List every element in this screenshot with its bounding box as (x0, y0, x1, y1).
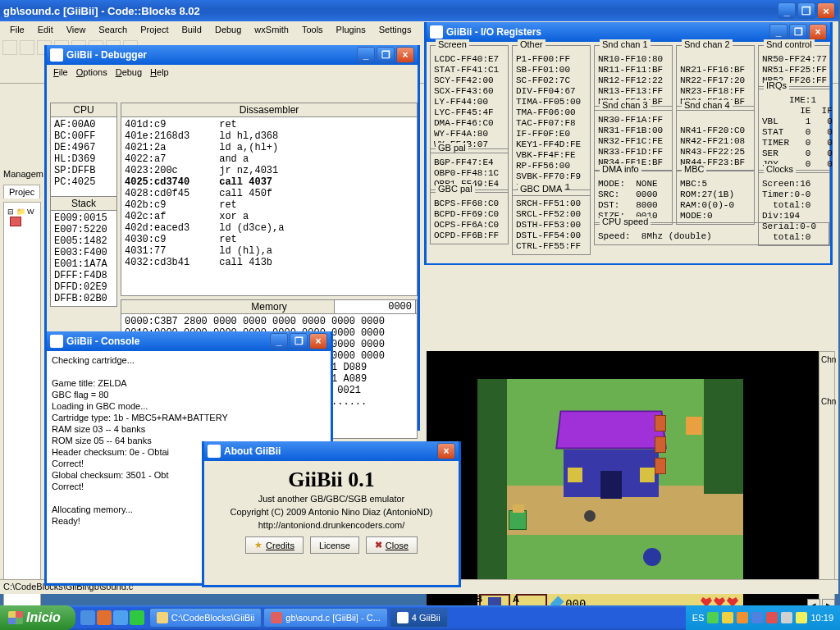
io-group-other: OtherP1-FF00:FFSB-FF01:00SC-FF02:7CDIV-F… (512, 45, 591, 196)
disassembler-panel: Dissasembler 401d:c9 ret 401e:2168d3 ld … (121, 103, 418, 296)
about-heading: GiiBii 0.1 (211, 468, 452, 492)
start-label: Inicio (26, 610, 61, 625)
io-group-mbc: MBCMBC:5ROM:27(1B)RAM:0(0)-0MODE:0 (676, 170, 755, 225)
ql-msn-icon[interactable] (113, 610, 128, 625)
menu-tools[interactable]: Tools (297, 23, 328, 36)
stack-panel: Stack E009:0015E007:5220E005:1482E003:F4… (50, 196, 117, 307)
debugger-menubar: FileOptionsDebugHelp (47, 65, 418, 81)
tray-icon[interactable] (737, 612, 748, 623)
task-label: 4 GiiBii (412, 613, 441, 623)
task-buttons: C:\CodeBlocks\GiiBiigb\sound.c [GiiBii] … (149, 608, 450, 628)
menu-settings[interactable]: Settings (374, 23, 417, 36)
clock[interactable]: 10:19 (810, 613, 833, 623)
menu-help[interactable]: Help (150, 67, 169, 79)
io-body: ScreenLCDC-FF40:E7STAT-FF41:C1SCY-FF42:0… (427, 42, 830, 263)
io-group-title: GBC DMA (518, 184, 564, 194)
stack-values: E009:0015E007:5220E005:1482E003:F400E001… (50, 211, 117, 307)
close-button[interactable]: × (437, 443, 455, 459)
credits-button[interactable]: ★Credits (245, 536, 304, 554)
windows-icon (8, 611, 23, 624)
menu-view[interactable]: View (62, 23, 91, 36)
app-icon (50, 48, 63, 62)
license-button[interactable]: License (310, 536, 359, 554)
about-titlebar[interactable]: About GiiBii × (204, 441, 459, 461)
toolbar-button[interactable] (2, 40, 17, 55)
menu-debug[interactable]: Debug (210, 23, 246, 36)
ql-utorrent-icon[interactable] (130, 610, 144, 625)
menu-plugins[interactable]: Plugins (331, 23, 371, 36)
channel-label: Chn (821, 355, 833, 364)
app-icon (208, 445, 221, 458)
task-icon (157, 612, 168, 623)
tray-icon[interactable] (722, 612, 733, 623)
task-label: C:\CodeBlocks\GiiBii (171, 613, 254, 623)
menu-project[interactable]: Project (135, 23, 173, 36)
console-titlebar[interactable]: GiiBii - Console _ ❐ × (47, 331, 331, 351)
io-group-title: GBC pal (436, 184, 475, 194)
io-group-values: IME:1 IE IFVBL 1 0STAT 0 0TIMER 0 0SER 0… (762, 95, 826, 170)
io-group-title: Snd chan 2 (682, 39, 733, 49)
minimize-button[interactable]: _ (778, 2, 796, 19)
menu-file[interactable]: File (53, 67, 68, 79)
io-group-values: SRCH-FF51:00SRCL-FF52:00DSTH-FF53:00DSTL… (516, 199, 587, 252)
about-title: About GiiBii (224, 445, 281, 457)
task-button[interactable]: 4 GiiBii (390, 608, 448, 628)
task-button[interactable]: gb\sound.c [GiiBii] - C... (263, 608, 388, 628)
close-button[interactable]: × (817, 2, 835, 19)
io-group-title: CPU speed (600, 217, 651, 226)
language-indicator[interactable]: ES (692, 613, 705, 623)
io-group-title: Snd chan 1 (600, 39, 651, 49)
game-player (509, 510, 527, 530)
cpu-header: CPU (50, 103, 117, 117)
tray-icon[interactable] (751, 612, 763, 623)
io-group-gbcpal: GBC palBCPS-FF68:C0BCPD-FF69:C0OCPS-FF6A… (430, 189, 509, 244)
minimize-button[interactable]: _ (270, 333, 288, 349)
close-button[interactable]: × (396, 47, 414, 63)
task-icon (271, 612, 282, 623)
ide-titlebar[interactable]: gb\sound.c [GiiBii] - Code::Blocks 8.02 … (0, 0, 838, 21)
debugger-titlebar[interactable]: GiiBii - Debugger _ ❐ × (47, 45, 418, 65)
io-group-values: LCDC-FF40:E7STAT-FF41:C1SCY-FF42:00SCX-F… (434, 54, 504, 150)
minimize-button[interactable]: _ (357, 47, 375, 63)
start-button[interactable]: Inicio (0, 605, 75, 630)
about-url: http://antoniond.drunkencoders.com/ (211, 520, 452, 530)
tray-volume-icon[interactable] (796, 612, 807, 623)
tray-icon[interactable] (766, 612, 778, 623)
close-dialog-button[interactable]: ✖Close (366, 536, 418, 554)
menu-wxsmith[interactable]: wxSmith (249, 23, 294, 36)
maximize-button[interactable]: ❐ (377, 47, 395, 63)
io-group-values: BCPS-FF68:C0BCPD-FF69:C0OCPS-FF6A:C0OCPD… (434, 199, 504, 241)
menu-edit[interactable]: Edit (33, 23, 58, 36)
maximize-button[interactable]: ❐ (797, 2, 815, 19)
ql-firefox-icon[interactable] (97, 610, 112, 625)
menu-build[interactable]: Build (176, 23, 206, 36)
menu-debug[interactable]: Debug (116, 67, 142, 79)
ql-ie-icon[interactable] (80, 610, 95, 625)
io-group-title: DMA info (600, 164, 641, 174)
taskbar: Inicio C:\CodeBlocks\GiiBiigb\sound.c [G… (0, 605, 840, 630)
quick-launch (80, 610, 144, 625)
tray-icon[interactable] (707, 612, 719, 623)
app-icon (430, 25, 443, 39)
menu-search[interactable]: Search (94, 23, 132, 36)
game-object (584, 510, 596, 522)
close-button[interactable]: × (809, 24, 827, 40)
projects-tab[interactable]: Projec (3, 185, 40, 199)
close-button[interactable]: × (309, 333, 327, 349)
game-house (558, 409, 664, 499)
memory-address-input[interactable]: 0000 (334, 299, 416, 314)
task-button[interactable]: C:\CodeBlocks\GiiBii (149, 608, 262, 628)
menu-options[interactable]: Options (76, 67, 107, 79)
channel-label: Chn (821, 397, 833, 406)
maximize-button[interactable]: ❐ (789, 24, 807, 40)
tray-icon[interactable] (781, 612, 792, 623)
menu-file[interactable]: File (5, 23, 30, 36)
ide-title: gb\sound.c [GiiBii] - Code::Blocks 8.02 (3, 5, 200, 17)
toolbar-button[interactable] (20, 40, 34, 55)
console-title: GiiBii - Console (66, 336, 139, 347)
project-tree[interactable]: ⊟ 📁 W (3, 202, 41, 612)
io-group-title: MBC (682, 164, 706, 174)
minimize-button[interactable]: _ (769, 24, 788, 40)
maximize-button[interactable]: ❐ (290, 333, 308, 349)
disassembly-listing[interactable]: 401d:c9 ret 401e:2168d3 ld hl,d3684021:2… (121, 117, 418, 296)
